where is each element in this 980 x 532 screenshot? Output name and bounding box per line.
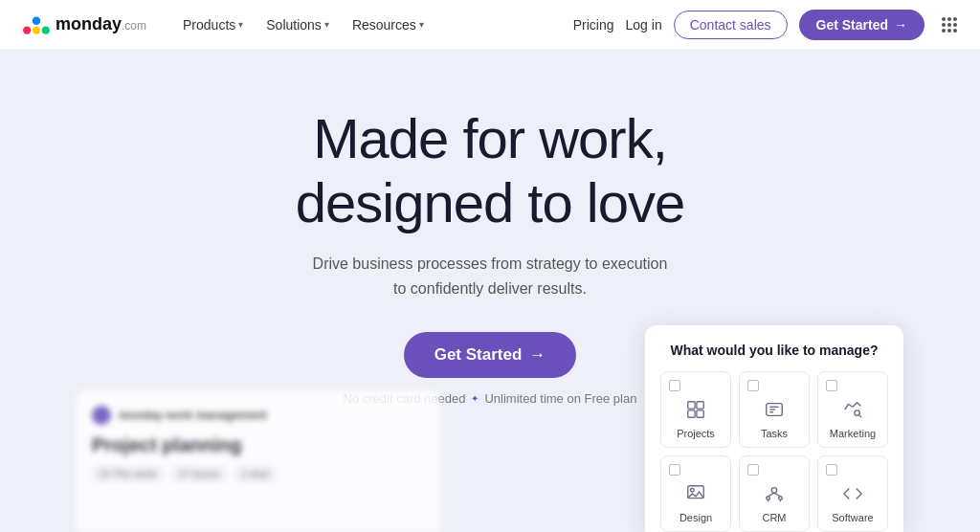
svg-point-3 xyxy=(33,16,40,24)
widget-title: What would you like to manage? xyxy=(660,343,888,358)
manage-widget: What would you like to manage? Projects xyxy=(645,325,903,532)
logo-wordmark: monday.com xyxy=(56,14,146,34)
hero-section: Made for work, designed to love Drive bu… xyxy=(0,50,980,532)
widget-label-projects: Projects xyxy=(677,428,715,439)
widget-item-projects[interactable]: Projects xyxy=(660,371,731,448)
nav-right: Pricing Log in Contact sales Get Started… xyxy=(573,10,957,40)
nav-pricing-link[interactable]: Pricing xyxy=(573,17,614,33)
panel-brand: monday work management xyxy=(119,409,267,422)
chevron-down-icon: ▾ xyxy=(238,19,243,30)
svg-point-0 xyxy=(23,26,31,33)
svg-line-13 xyxy=(859,415,861,417)
hero-title: Made for work, designed to love xyxy=(296,107,684,234)
nav-item-solutions[interactable]: Solutions ▾ xyxy=(256,11,339,38)
svg-rect-5 xyxy=(697,402,703,409)
apps-grid-icon[interactable] xyxy=(942,17,957,33)
svg-point-16 xyxy=(771,488,777,493)
projects-icon xyxy=(685,399,706,420)
logo[interactable]: monday.com xyxy=(23,14,146,34)
widget-grid: Projects Tasks xyxy=(660,371,888,532)
nav-item-resources[interactable]: Resources ▾ xyxy=(343,11,434,38)
marketing-icon xyxy=(842,399,863,420)
tasks-icon xyxy=(764,399,785,420)
widget-label-marketing: Marketing xyxy=(830,428,876,439)
checkbox-projects[interactable] xyxy=(669,380,680,391)
arrow-icon: → xyxy=(894,17,907,33)
svg-point-17 xyxy=(767,497,770,500)
panel-tags: 15 This week 17 issues 1 deal xyxy=(92,466,425,482)
svg-point-1 xyxy=(33,26,40,33)
widget-item-crm[interactable]: CRM xyxy=(739,455,810,532)
hero-subtitle: Drive business processes from strategy t… xyxy=(313,252,668,300)
widget-item-software[interactable]: Software xyxy=(817,455,888,532)
left-preview-panel: monday work management Project planning … xyxy=(77,390,440,532)
nav-links: Products ▾ Solutions ▾ Resources ▾ xyxy=(173,11,434,38)
panel-tag: 1 deal xyxy=(234,466,276,482)
svg-rect-6 xyxy=(688,410,695,417)
design-icon xyxy=(685,483,706,504)
widget-item-design[interactable]: Design xyxy=(660,455,731,532)
checkbox-crm[interactable] xyxy=(747,464,759,476)
widget-label-design: Design xyxy=(679,512,712,523)
navbar: monday.com Products ▾ Solutions ▾ Resour… xyxy=(0,0,980,50)
nav-item-products[interactable]: Products ▾ xyxy=(173,11,253,38)
svg-point-18 xyxy=(779,497,783,500)
svg-rect-4 xyxy=(688,402,695,409)
widget-item-marketing[interactable]: Marketing xyxy=(817,371,888,448)
panel-title: Project planning xyxy=(92,434,425,456)
checkbox-tasks[interactable] xyxy=(747,380,759,391)
chevron-down-icon: ▾ xyxy=(419,19,424,30)
crm-icon xyxy=(764,483,785,504)
nav-login-link[interactable]: Log in xyxy=(626,17,662,33)
widget-label-crm: CRM xyxy=(762,512,786,523)
panel-tag: 17 issues xyxy=(171,466,227,482)
avatar xyxy=(92,406,111,425)
svg-rect-7 xyxy=(697,410,703,417)
logo-icon xyxy=(23,15,50,34)
widget-item-tasks[interactable]: Tasks xyxy=(739,371,810,448)
get-started-nav-button[interactable]: Get Started → xyxy=(799,10,924,40)
checkbox-design[interactable] xyxy=(669,464,680,476)
svg-point-2 xyxy=(42,26,50,33)
checkbox-marketing[interactable] xyxy=(826,380,837,391)
checkbox-software[interactable] xyxy=(826,464,837,476)
svg-point-12 xyxy=(855,410,860,416)
panel-tag: 15 This week xyxy=(92,466,164,482)
widget-label-tasks: Tasks xyxy=(761,428,788,439)
widget-label-software: Software xyxy=(832,512,873,523)
chevron-down-icon: ▾ xyxy=(324,19,329,30)
hero-bottom-panels: monday work management Project planning … xyxy=(0,325,980,532)
software-icon xyxy=(842,483,863,504)
svg-point-15 xyxy=(691,489,695,493)
contact-sales-button[interactable]: Contact sales xyxy=(674,11,788,39)
